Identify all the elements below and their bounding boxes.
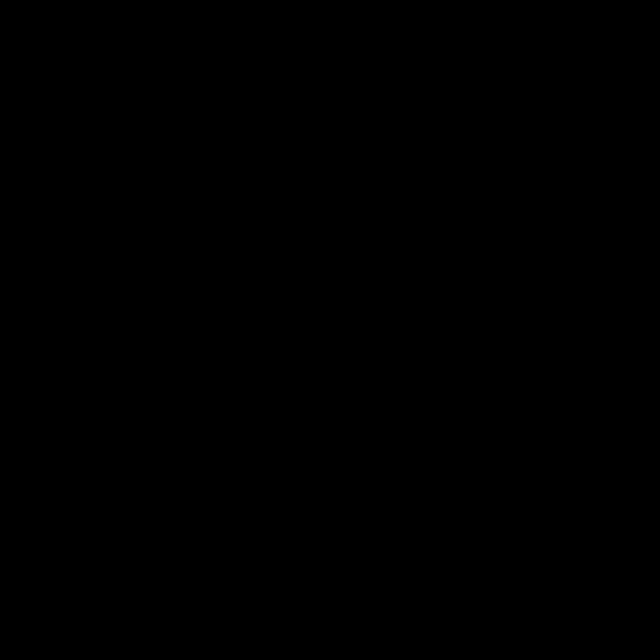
chart-frame bbox=[23, 23, 634, 634]
gradient-background bbox=[23, 23, 634, 634]
bottleneck-chart bbox=[23, 23, 634, 634]
